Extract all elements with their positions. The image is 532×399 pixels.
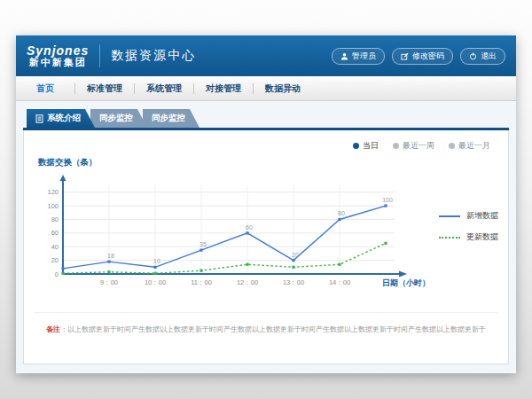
svg-text:40: 40: [51, 243, 59, 251]
chart-panel: 当日最近一周最近一月 数据交换（条） 0204060801001209：0010…: [23, 130, 509, 364]
page-title: 数据资源中心: [111, 48, 196, 64]
line-chart: 0204060801001209：0010：0011：0012：0013：001…: [24, 173, 432, 306]
radio-dot: [393, 143, 399, 149]
power-icon: [469, 52, 477, 60]
svg-text:80: 80: [51, 215, 59, 223]
nav-item-3[interactable]: 对接管理: [194, 82, 253, 95]
date-range-filters: 当日最近一周最近一月: [353, 140, 490, 152]
svg-text:80: 80: [338, 210, 345, 216]
app-window: Synjones 新中新集团 数据资源中心 管理员修改密码退出 首页标准管理系统…: [16, 35, 516, 373]
svg-text:60: 60: [246, 224, 253, 231]
svg-text:100: 100: [382, 197, 393, 203]
svg-text:日期（小时）: 日期（小时）: [382, 278, 430, 287]
legend-label: 新增数据: [466, 210, 498, 222]
tab-2[interactable]: 同步监控: [143, 109, 200, 128]
change-password-button[interactable]: 修改密码: [392, 48, 453, 65]
nav-item-4[interactable]: 数据异动: [254, 82, 312, 95]
legend-swatch: [439, 215, 460, 217]
svg-text:11：00: 11：00: [191, 278, 212, 286]
tab-label: 系统介绍: [47, 113, 81, 124]
content-area: 系统介绍同步监控同步监控 当日最近一周最近一月 数据交换（条） 02040608…: [16, 101, 516, 373]
edit-icon: [401, 52, 409, 60]
app-header: Synjones 新中新集团 数据资源中心 管理员修改密码退出: [16, 35, 516, 76]
legend-swatch: [439, 237, 460, 239]
svg-text:10: 10: [153, 258, 160, 264]
svg-text:12：00: 12：00: [237, 278, 258, 286]
logo-text-en: Synjones: [27, 44, 89, 58]
radio-label: 最近一周: [403, 140, 434, 152]
note-text: ：以上数据更新于时间产生数据以上数据更新于时间产生数据以上数据更新于时间产生数据…: [60, 325, 486, 333]
svg-text:35: 35: [200, 241, 207, 247]
radio-option-0[interactable]: 当日: [353, 140, 379, 152]
svg-text:20: 20: [292, 252, 299, 258]
header-divider: [99, 44, 100, 67]
header-actions: 管理员修改密码退出: [332, 48, 505, 65]
admin-user-button[interactable]: 管理员: [332, 48, 385, 65]
main-navbar: 首页标准管理系统管理对接管理数据异动: [16, 76, 516, 101]
note-prefix: 备注: [46, 325, 60, 333]
tab-label: 同步监控: [99, 113, 133, 124]
legend-item-0: 新增数据: [439, 210, 498, 222]
legend-label: 更新数据: [466, 231, 498, 243]
svg-text:14：00: 14：00: [329, 278, 350, 286]
radio-dot: [449, 143, 455, 149]
svg-text:60: 60: [51, 229, 59, 237]
user-icon: [340, 52, 348, 60]
tab-bar: 系统介绍同步监控同步监控: [27, 109, 509, 128]
desktop-background: Synjones 新中新集团 数据资源中心 管理员修改密码退出 首页标准管理系统…: [0, 0, 532, 399]
footer-note: 备注：以上数据更新于时间产生数据以上数据更新于时间产生数据以上数据更新于时间产生…: [35, 312, 497, 334]
y-axis-title: 数据交换（条）: [38, 157, 98, 168]
chart-row: 0204060801001209：0010：0011：0012：0013：001…: [24, 173, 498, 306]
svg-text:20: 20: [51, 256, 59, 264]
document-icon: [35, 114, 43, 123]
tab-0[interactable]: 系统介绍: [27, 109, 95, 128]
svg-text:13：00: 13：00: [283, 278, 304, 286]
legend-item-1: 更新数据: [439, 231, 498, 243]
radio-dot: [353, 143, 359, 149]
svg-text:10：00: 10：00: [145, 278, 166, 286]
svg-text:100: 100: [47, 202, 59, 210]
logout-button[interactable]: 退出: [460, 48, 505, 65]
radio-label: 当日: [363, 140, 379, 152]
chart-legend: 新增数据更新数据: [439, 210, 498, 306]
svg-text:18: 18: [107, 253, 114, 259]
brand-logo[interactable]: Synjones 新中新集团: [27, 44, 89, 67]
nav-item-1[interactable]: 标准管理: [75, 82, 134, 95]
radio-option-2[interactable]: 最近一月: [449, 140, 490, 152]
tab-1[interactable]: 同步监控: [90, 109, 147, 128]
logo-text-cn: 新中新集团: [29, 58, 87, 68]
radio-option-1[interactable]: 最近一周: [393, 140, 434, 152]
svg-text:9：00: 9：00: [100, 278, 118, 286]
tab-label: 同步监控: [152, 113, 185, 124]
radio-label: 最近一月: [458, 140, 490, 152]
svg-text:120: 120: [47, 188, 59, 196]
nav-item-2[interactable]: 系统管理: [135, 82, 193, 95]
svg-text:0: 0: [55, 270, 59, 278]
nav-item-0[interactable]: 首页: [16, 82, 74, 95]
